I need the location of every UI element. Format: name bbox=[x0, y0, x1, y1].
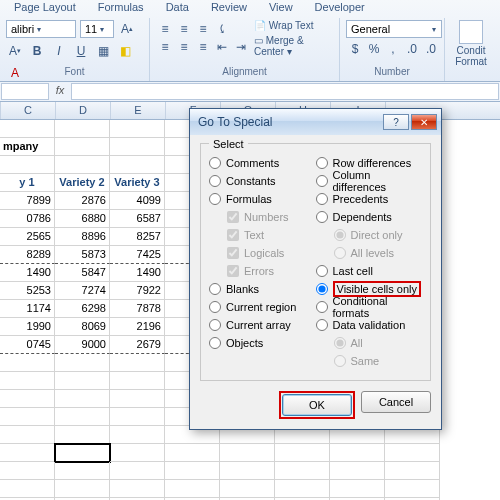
option-input[interactable] bbox=[209, 319, 221, 331]
cell[interactable] bbox=[110, 480, 165, 498]
cell[interactable]: 2876 bbox=[55, 192, 110, 210]
cell[interactable] bbox=[55, 462, 110, 480]
cell[interactable]: mpany bbox=[0, 138, 55, 156]
option-input[interactable] bbox=[209, 301, 221, 313]
cell[interactable]: 4099 bbox=[110, 192, 165, 210]
option-input[interactable] bbox=[316, 301, 328, 313]
align-center-icon[interactable]: ≡ bbox=[175, 38, 193, 56]
tab-data[interactable]: Data bbox=[156, 0, 199, 18]
currency-button[interactable]: $ bbox=[346, 40, 364, 58]
cell[interactable] bbox=[385, 444, 440, 462]
col-header[interactable]: E bbox=[111, 102, 166, 119]
cell[interactable] bbox=[110, 426, 165, 444]
col-header[interactable]: D bbox=[56, 102, 111, 119]
option-dependents[interactable]: Dependents bbox=[316, 208, 423, 226]
cell[interactable]: 8289 bbox=[0, 246, 55, 264]
cell[interactable] bbox=[110, 354, 165, 372]
formula-input[interactable] bbox=[71, 83, 499, 100]
cell[interactable]: 6587 bbox=[110, 210, 165, 228]
option-input[interactable] bbox=[316, 319, 328, 331]
underline-button[interactable]: U bbox=[72, 42, 90, 60]
align-top-icon[interactable]: ≡ bbox=[156, 20, 174, 38]
cell[interactable] bbox=[165, 480, 220, 498]
cell[interactable]: 1490 bbox=[110, 264, 165, 282]
cell[interactable] bbox=[110, 156, 165, 174]
cell[interactable]: 2196 bbox=[110, 318, 165, 336]
name-box[interactable] bbox=[1, 83, 49, 100]
cell[interactable]: 7922 bbox=[110, 282, 165, 300]
cell[interactable] bbox=[0, 462, 55, 480]
shrink-font-icon[interactable]: A▾ bbox=[6, 42, 24, 60]
ok-button[interactable]: OK bbox=[282, 394, 352, 416]
cell[interactable] bbox=[55, 138, 110, 156]
cell[interactable] bbox=[0, 390, 55, 408]
inc-decimal-button[interactable]: .0 bbox=[403, 40, 421, 58]
cell[interactable]: 5847 bbox=[55, 264, 110, 282]
cell[interactable] bbox=[55, 444, 110, 462]
cell[interactable] bbox=[55, 390, 110, 408]
cell[interactable] bbox=[0, 354, 55, 372]
cell[interactable] bbox=[55, 120, 110, 138]
merge-center-button[interactable]: ▭ Merge & Center ▾ bbox=[254, 35, 333, 57]
cell[interactable] bbox=[110, 462, 165, 480]
option-input[interactable] bbox=[316, 175, 328, 187]
cell[interactable]: 8069 bbox=[55, 318, 110, 336]
cell[interactable]: 7274 bbox=[55, 282, 110, 300]
cell[interactable]: 0786 bbox=[0, 210, 55, 228]
cell[interactable]: 5873 bbox=[55, 246, 110, 264]
option-input[interactable] bbox=[209, 175, 221, 187]
cell[interactable] bbox=[55, 372, 110, 390]
option-last-cell[interactable]: Last cell bbox=[316, 262, 423, 280]
option-blanks[interactable]: Blanks bbox=[209, 280, 316, 298]
cell[interactable] bbox=[0, 156, 55, 174]
option-input[interactable] bbox=[209, 157, 221, 169]
col-header[interactable]: C bbox=[1, 102, 56, 119]
cell[interactable] bbox=[330, 480, 385, 498]
cell[interactable]: 6880 bbox=[55, 210, 110, 228]
cell[interactable] bbox=[330, 462, 385, 480]
cell[interactable]: 7899 bbox=[0, 192, 55, 210]
option-input[interactable] bbox=[316, 265, 328, 277]
italic-button[interactable]: I bbox=[50, 42, 68, 60]
cell[interactable] bbox=[385, 480, 440, 498]
cell[interactable] bbox=[55, 354, 110, 372]
cell[interactable] bbox=[165, 462, 220, 480]
option-objects[interactable]: Objects bbox=[209, 334, 316, 352]
cell[interactable]: 7878 bbox=[110, 300, 165, 318]
option-current-array[interactable]: Current array bbox=[209, 316, 316, 334]
cell[interactable] bbox=[55, 156, 110, 174]
cell[interactable]: 0745 bbox=[0, 336, 55, 354]
cell[interactable] bbox=[110, 372, 165, 390]
tab-developer[interactable]: Developer bbox=[305, 0, 375, 18]
close-button[interactable]: ✕ bbox=[411, 114, 437, 130]
cell[interactable] bbox=[110, 444, 165, 462]
option-input[interactable] bbox=[316, 157, 328, 169]
conditional-formatting-button[interactable]: ConditFormat bbox=[451, 20, 491, 67]
cell[interactable] bbox=[275, 462, 330, 480]
cell[interactable] bbox=[275, 444, 330, 462]
fx-icon[interactable]: fx bbox=[50, 82, 70, 101]
cell[interactable]: 1490 bbox=[0, 264, 55, 282]
align-right-icon[interactable]: ≡ bbox=[194, 38, 212, 56]
cell[interactable] bbox=[275, 480, 330, 498]
cell[interactable]: Variety 2 bbox=[55, 174, 110, 192]
indent-dec-icon[interactable]: ⇤ bbox=[213, 38, 231, 56]
cell[interactable] bbox=[55, 426, 110, 444]
option-input[interactable] bbox=[316, 193, 328, 205]
wrap-text-button[interactable]: 📄 Wrap Text bbox=[254, 20, 333, 31]
cell[interactable]: 2679 bbox=[110, 336, 165, 354]
cell[interactable] bbox=[220, 480, 275, 498]
cell[interactable]: 1174 bbox=[0, 300, 55, 318]
font-name-select[interactable]: alibri▾ bbox=[6, 20, 76, 38]
orientation-icon[interactable]: ⤹ bbox=[213, 20, 231, 38]
align-bottom-icon[interactable]: ≡ bbox=[194, 20, 212, 38]
cell[interactable]: 6298 bbox=[55, 300, 110, 318]
percent-button[interactable]: % bbox=[365, 40, 383, 58]
cell[interactable]: 9000 bbox=[55, 336, 110, 354]
dec-decimal-button[interactable]: .0 bbox=[422, 40, 440, 58]
indent-inc-icon[interactable]: ⇥ bbox=[232, 38, 250, 56]
font-size-select[interactable]: 11▾ bbox=[80, 20, 114, 38]
cell[interactable]: 8257 bbox=[110, 228, 165, 246]
cell[interactable]: y 1 bbox=[0, 174, 55, 192]
grow-font-icon[interactable]: A▴ bbox=[118, 20, 136, 38]
